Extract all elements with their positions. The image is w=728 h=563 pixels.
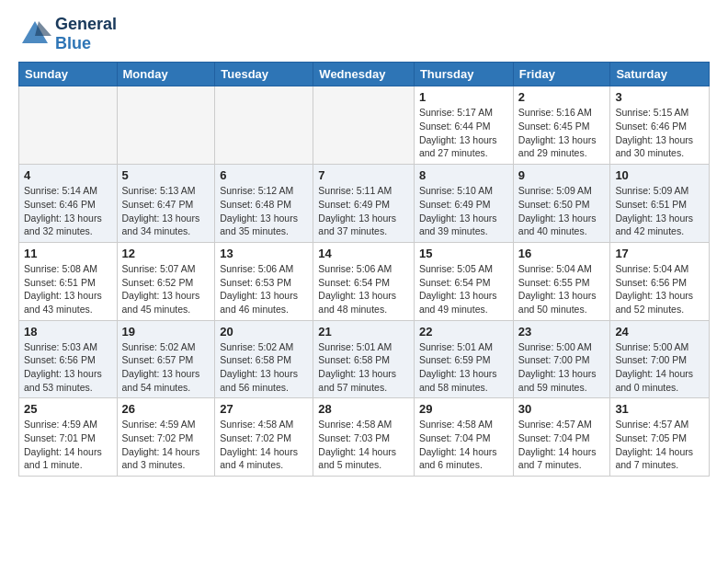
day-number: 18 xyxy=(24,325,112,339)
day-number: 14 xyxy=(318,247,409,260)
calendar-cell: 15Sunrise: 5:05 AMSunset: 6:54 PMDayligh… xyxy=(414,242,513,320)
day-info: Sunrise: 5:11 AMSunset: 6:49 PMDaylight:… xyxy=(318,184,409,238)
week-row-1: 1Sunrise: 5:17 AMSunset: 6:44 PMDaylight… xyxy=(19,86,710,165)
calendar-cell: 18Sunrise: 5:03 AMSunset: 6:56 PMDayligh… xyxy=(19,320,118,398)
logo: General Blue xyxy=(18,15,117,52)
calendar-cell: 19Sunrise: 5:02 AMSunset: 6:57 PMDayligh… xyxy=(117,320,215,398)
day-info: Sunrise: 5:01 AMSunset: 6:59 PMDaylight:… xyxy=(419,340,508,395)
day-number: 17 xyxy=(615,247,704,260)
calendar-cell xyxy=(215,86,313,165)
calendar-cell: 10Sunrise: 5:09 AMSunset: 6:51 PMDayligh… xyxy=(610,165,710,243)
day-info: Sunrise: 4:57 AMSunset: 7:05 PMDaylight:… xyxy=(615,418,704,472)
day-info: Sunrise: 5:06 AMSunset: 6:53 PMDaylight:… xyxy=(220,262,308,316)
day-number: 23 xyxy=(518,325,606,339)
calendar-cell: 9Sunrise: 5:09 AMSunset: 6:50 PMDaylight… xyxy=(513,165,610,243)
weekday-thursday: Thursday xyxy=(414,63,513,86)
week-row-5: 25Sunrise: 4:59 AMSunset: 7:01 PMDayligh… xyxy=(19,398,710,477)
week-row-4: 18Sunrise: 5:03 AMSunset: 6:56 PMDayligh… xyxy=(19,320,710,398)
day-info: Sunrise: 5:14 AMSunset: 6:46 PMDaylight:… xyxy=(24,184,112,238)
day-number: 22 xyxy=(419,325,508,339)
calendar-cell: 16Sunrise: 5:04 AMSunset: 6:55 PMDayligh… xyxy=(513,242,610,320)
calendar-cell: 28Sunrise: 4:58 AMSunset: 7:03 PMDayligh… xyxy=(313,398,415,477)
calendar-cell: 26Sunrise: 4:59 AMSunset: 7:02 PMDayligh… xyxy=(117,398,215,477)
day-number: 29 xyxy=(419,402,508,416)
day-number: 20 xyxy=(220,325,308,339)
day-number: 1 xyxy=(419,90,508,104)
calendar-cell: 6Sunrise: 5:12 AMSunset: 6:48 PMDaylight… xyxy=(215,165,313,243)
calendar-table: SundayMondayTuesdayWednesdayThursdayFrid… xyxy=(18,62,710,477)
calendar-cell: 7Sunrise: 5:11 AMSunset: 6:49 PMDaylight… xyxy=(313,165,415,243)
calendar-cell: 20Sunrise: 5:02 AMSunset: 6:58 PMDayligh… xyxy=(215,320,313,398)
weekday-wednesday: Wednesday xyxy=(313,63,415,86)
day-info: Sunrise: 5:01 AMSunset: 6:58 PMDaylight:… xyxy=(318,340,409,395)
day-info: Sunrise: 4:58 AMSunset: 7:03 PMDaylight:… xyxy=(318,418,409,472)
weekday-header-row: SundayMondayTuesdayWednesdayThursdayFrid… xyxy=(19,63,710,86)
calendar-cell: 5Sunrise: 5:13 AMSunset: 6:47 PMDaylight… xyxy=(117,165,215,243)
svg-marker-1 xyxy=(35,21,51,36)
calendar-cell xyxy=(313,86,415,165)
logo-general: General xyxy=(55,15,117,34)
calendar-cell: 22Sunrise: 5:01 AMSunset: 6:59 PMDayligh… xyxy=(414,320,513,398)
day-info: Sunrise: 5:10 AMSunset: 6:49 PMDaylight:… xyxy=(419,184,508,238)
calendar-cell: 1Sunrise: 5:17 AMSunset: 6:44 PMDaylight… xyxy=(414,86,513,165)
day-info: Sunrise: 5:09 AMSunset: 6:50 PMDaylight:… xyxy=(518,184,606,238)
calendar-cell: 25Sunrise: 4:59 AMSunset: 7:01 PMDayligh… xyxy=(19,398,118,477)
day-number: 8 xyxy=(419,168,508,182)
day-number: 21 xyxy=(318,325,409,339)
day-info: Sunrise: 4:57 AMSunset: 7:04 PMDaylight:… xyxy=(518,418,606,472)
weekday-tuesday: Tuesday xyxy=(215,63,313,86)
day-number: 10 xyxy=(615,168,704,182)
day-number: 7 xyxy=(318,168,409,182)
day-info: Sunrise: 4:59 AMSunset: 7:01 PMDaylight:… xyxy=(24,418,112,472)
day-info: Sunrise: 4:58 AMSunset: 7:02 PMDaylight:… xyxy=(220,418,308,472)
day-info: Sunrise: 5:03 AMSunset: 6:56 PMDaylight:… xyxy=(24,340,112,395)
logo-blue: Blue xyxy=(55,34,117,53)
day-info: Sunrise: 4:59 AMSunset: 7:02 PMDaylight:… xyxy=(122,418,210,472)
calendar-cell: 2Sunrise: 5:16 AMSunset: 6:45 PMDaylight… xyxy=(513,86,610,165)
calendar-cell: 29Sunrise: 4:58 AMSunset: 7:04 PMDayligh… xyxy=(414,398,513,477)
day-info: Sunrise: 5:02 AMSunset: 6:57 PMDaylight:… xyxy=(122,340,210,395)
calendar-cell: 4Sunrise: 5:14 AMSunset: 6:46 PMDaylight… xyxy=(19,165,118,243)
day-number: 6 xyxy=(220,168,308,182)
weekday-saturday: Saturday xyxy=(610,63,710,86)
calendar-cell: 27Sunrise: 4:58 AMSunset: 7:02 PMDayligh… xyxy=(215,398,313,477)
calendar-cell: 13Sunrise: 5:06 AMSunset: 6:53 PMDayligh… xyxy=(215,242,313,320)
weekday-sunday: Sunday xyxy=(19,63,118,86)
day-info: Sunrise: 5:06 AMSunset: 6:54 PMDaylight:… xyxy=(318,262,409,316)
day-number: 31 xyxy=(615,402,704,416)
logo-icon xyxy=(18,17,51,51)
day-info: Sunrise: 5:17 AMSunset: 6:44 PMDaylight:… xyxy=(419,106,508,160)
day-number: 26 xyxy=(122,402,210,416)
day-info: Sunrise: 5:15 AMSunset: 6:46 PMDaylight:… xyxy=(615,106,704,160)
day-number: 25 xyxy=(24,402,112,416)
week-row-3: 11Sunrise: 5:08 AMSunset: 6:51 PMDayligh… xyxy=(19,242,710,320)
day-number: 27 xyxy=(220,402,308,416)
day-info: Sunrise: 5:00 AMSunset: 7:00 PMDaylight:… xyxy=(615,340,704,395)
day-info: Sunrise: 5:00 AMSunset: 7:00 PMDaylight:… xyxy=(518,340,606,395)
day-info: Sunrise: 5:16 AMSunset: 6:45 PMDaylight:… xyxy=(518,106,606,160)
calendar-cell: 21Sunrise: 5:01 AMSunset: 6:58 PMDayligh… xyxy=(313,320,415,398)
header: General Blue xyxy=(18,15,710,52)
day-number: 9 xyxy=(518,168,606,182)
day-number: 30 xyxy=(518,402,606,416)
calendar-cell: 11Sunrise: 5:08 AMSunset: 6:51 PMDayligh… xyxy=(19,242,118,320)
calendar-cell: 23Sunrise: 5:00 AMSunset: 7:00 PMDayligh… xyxy=(513,320,610,398)
day-info: Sunrise: 5:02 AMSunset: 6:58 PMDaylight:… xyxy=(220,340,308,395)
calendar-cell xyxy=(19,86,118,165)
day-info: Sunrise: 5:04 AMSunset: 6:55 PMDaylight:… xyxy=(518,262,606,316)
calendar-cell: 8Sunrise: 5:10 AMSunset: 6:49 PMDaylight… xyxy=(414,165,513,243)
day-number: 15 xyxy=(419,247,508,260)
day-number: 19 xyxy=(122,325,210,339)
calendar-cell: 3Sunrise: 5:15 AMSunset: 6:46 PMDaylight… xyxy=(610,86,710,165)
day-number: 13 xyxy=(220,247,308,260)
day-number: 12 xyxy=(122,247,210,260)
day-info: Sunrise: 5:13 AMSunset: 6:47 PMDaylight:… xyxy=(122,184,210,238)
day-number: 28 xyxy=(318,402,409,416)
day-info: Sunrise: 5:05 AMSunset: 6:54 PMDaylight:… xyxy=(419,262,508,316)
calendar-cell: 12Sunrise: 5:07 AMSunset: 6:52 PMDayligh… xyxy=(117,242,215,320)
page: General Blue SundayMondayTuesdayWednesda… xyxy=(0,0,728,491)
day-info: Sunrise: 4:58 AMSunset: 7:04 PMDaylight:… xyxy=(419,418,508,472)
calendar-cell: 31Sunrise: 4:57 AMSunset: 7:05 PMDayligh… xyxy=(610,398,710,477)
calendar-cell: 24Sunrise: 5:00 AMSunset: 7:00 PMDayligh… xyxy=(610,320,710,398)
day-info: Sunrise: 5:09 AMSunset: 6:51 PMDaylight:… xyxy=(615,184,704,238)
